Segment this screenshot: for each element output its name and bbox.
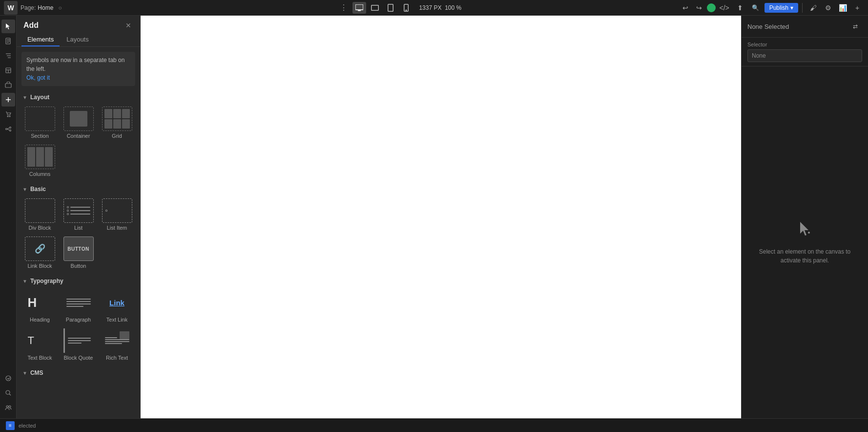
empty-state-text: Select an element on the canvas to activ…	[751, 247, 858, 265]
textblock-label: Text Block	[27, 355, 52, 361]
list-label: List	[74, 225, 83, 231]
layout-chevron: ▼	[22, 95, 27, 100]
element-list[interactable]: List	[60, 196, 97, 233]
cms-chevron: ▼	[22, 370, 27, 376]
style-panel-btn[interactable]: 🖌	[806, 1, 820, 15]
save-status-indicator	[707, 3, 716, 12]
element-columns[interactable]: Columns	[21, 143, 58, 179]
tab-layouts[interactable]: Layouts	[61, 33, 95, 46]
cms-section-header[interactable]: ▼ CMS	[17, 367, 140, 378]
element-heading[interactable]: H Heading	[21, 288, 58, 324]
publish-btn[interactable]: Publish ▾	[765, 3, 798, 13]
richtext-icon	[102, 328, 132, 353]
textlink-icon: Link	[102, 290, 132, 315]
right-panel-header: None Selected ⇄	[742, 16, 868, 38]
right-panel-empty-state: Select an element on the canvas to activ…	[742, 66, 868, 418]
typography-section-header[interactable]: ▼ Typography	[17, 275, 140, 286]
none-selected-label: None Selected	[747, 23, 789, 30]
svg-point-27	[6, 376, 11, 381]
info-link[interactable]: Ok, got it	[26, 74, 50, 81]
listitem-icon	[102, 198, 132, 223]
element-section[interactable]: Section	[21, 105, 58, 141]
search-btn[interactable]: 🔍	[749, 1, 763, 15]
publish-nav[interactable]	[1, 371, 15, 385]
add-panel-title: Add	[23, 21, 39, 30]
typography-element-grid: H Heading Paragraph Link Text Li	[17, 286, 140, 367]
textblock-icon: T	[25, 328, 55, 353]
page-name: Home	[38, 4, 53, 11]
basic-chevron: ▼	[22, 187, 27, 192]
container-label: Container	[67, 133, 90, 139]
svg-rect-4	[388, 4, 393, 11]
top-bar-center: ⋮ 1337 PX 100 %	[127, 2, 676, 14]
button-icon: BUTTON	[63, 237, 94, 261]
page-status-icon: ○	[58, 4, 62, 11]
cms-nav[interactable]	[1, 64, 15, 77]
canvas-area[interactable]	[141, 16, 741, 418]
undo-btn[interactable]: ↩	[680, 2, 691, 14]
pages-nav[interactable]	[1, 34, 15, 48]
logic-nav[interactable]	[1, 122, 15, 136]
navigator-nav[interactable]	[1, 49, 15, 63]
tab-elements[interactable]: Elements	[21, 33, 60, 46]
top-bar-right: ↩ ↪ </> ⬆ 🔍 Publish ▾ 🖌 ⚙ 📊 +	[676, 1, 868, 15]
add-panel-header: Add ✕	[17, 16, 140, 33]
tablet-landscape-btn[interactable]	[368, 2, 382, 14]
section-icon	[25, 107, 55, 131]
element-div-block[interactable]: Div Block	[21, 196, 58, 233]
search-nav[interactable]	[1, 386, 15, 400]
panel-content: ▼ Layout Section Container	[17, 89, 140, 418]
close-panel-btn[interactable]: ✕	[124, 21, 133, 30]
svg-point-31	[9, 406, 11, 408]
paragraph-icon	[63, 290, 94, 315]
element-grid[interactable]: Grid	[99, 105, 135, 141]
export-btn[interactable]: ⬆	[733, 1, 747, 15]
add-panel-expand-btn[interactable]: +	[850, 1, 864, 15]
section-label: Section	[31, 133, 49, 139]
assets-nav[interactable]	[1, 78, 15, 92]
mobile-btn[interactable]	[399, 2, 413, 14]
heading-label: Heading	[30, 317, 50, 323]
add-elements-nav[interactable]	[1, 93, 15, 107]
tool-sidebar	[0, 16, 17, 418]
svg-point-21	[9, 116, 10, 117]
settings-btn[interactable]: ⚙	[821, 1, 835, 15]
element-rich-text[interactable]: Rich Text	[99, 326, 135, 363]
top-right-icons: 🖌 ⚙ 📊 +	[806, 1, 864, 15]
redo-btn[interactable]: ↪	[693, 2, 705, 14]
paragraph-label: Paragraph	[66, 317, 91, 323]
element-container[interactable]: Container	[60, 105, 97, 141]
typography-section-label: Typography	[30, 278, 63, 284]
cursor-empty-icon	[796, 220, 814, 241]
more-options-menu[interactable]: ⋮	[337, 3, 351, 12]
element-text-link[interactable]: Link Text Link	[99, 288, 135, 324]
svg-point-24	[9, 130, 11, 131]
layout-section-header[interactable]: ▼ Layout	[17, 91, 140, 103]
element-block-quote[interactable]: Block Quote	[60, 326, 97, 363]
grid-icon	[102, 107, 132, 131]
svg-rect-0	[355, 4, 363, 10]
typography-chevron: ▼	[22, 279, 27, 284]
info-box: Symbols are now in a separate tab on the…	[21, 52, 135, 86]
team-nav[interactable]	[1, 401, 15, 414]
w-logo[interactable]: W	[4, 1, 18, 15]
tablet-portrait-btn[interactable]	[384, 2, 397, 14]
element-text-block[interactable]: T Text Block	[21, 326, 58, 363]
element-list-item[interactable]: List Item	[99, 196, 135, 233]
analytics-btn[interactable]: 📊	[836, 1, 849, 15]
selector-box[interactable]: None	[747, 49, 862, 62]
basic-section-header[interactable]: ▼ Basic	[17, 183, 140, 194]
element-link-block[interactable]: 🔗 Link Block	[21, 235, 58, 271]
cursor-tool[interactable]	[1, 20, 15, 33]
desktop-view-btn[interactable]	[352, 2, 366, 14]
element-paragraph[interactable]: Paragraph	[60, 288, 97, 324]
ecommerce-nav[interactable]	[1, 108, 15, 121]
container-icon	[63, 107, 94, 131]
element-button[interactable]: BUTTON Button	[60, 235, 97, 271]
add-panel: Add ✕ Elements Layouts Symbols are now i…	[17, 16, 141, 418]
status-bar: ≡ elected	[0, 418, 868, 432]
code-view-btn[interactable]: </>	[718, 1, 731, 15]
selector-section: Selector None	[742, 38, 868, 66]
svg-point-30	[6, 406, 8, 408]
right-panel-options-btn[interactable]: ⇄	[848, 20, 862, 33]
